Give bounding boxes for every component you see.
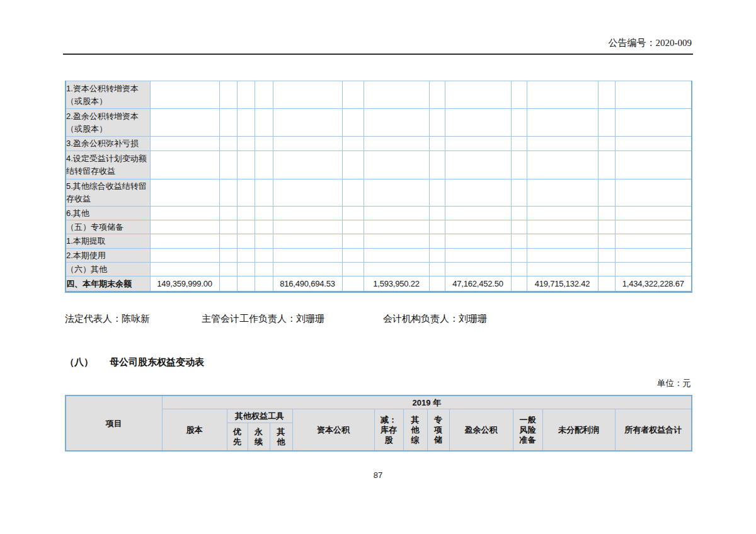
empty-cell (255, 137, 273, 151)
empty-cell (429, 81, 445, 109)
row-label: 2.盈余公积转增资本（或股本） (66, 109, 150, 137)
empty-cell (511, 220, 527, 234)
value-cell (255, 276, 273, 292)
empty-cell (511, 109, 527, 137)
empty-cell (342, 81, 364, 109)
empty-cell (273, 137, 342, 151)
empty-cell (255, 81, 273, 109)
row-label: 4.设定受益计划变动额结转留存收益 (66, 151, 150, 179)
table-row: 6.其他 (66, 207, 692, 220)
value-cell (219, 276, 237, 292)
empty-cell (445, 234, 511, 249)
empty-cell (598, 151, 615, 179)
value-cell (237, 276, 255, 292)
empty-cell (237, 207, 255, 220)
empty-cell (445, 220, 511, 234)
empty-cell (527, 220, 598, 234)
consolidated-equity-table: 1.资本公积转增资本（或股本） 2.盈余公积转增资本（或股本） 3.盈余公积弥补… (65, 81, 692, 293)
empty-cell (598, 137, 615, 151)
empty-cell (429, 109, 445, 137)
row-label-total: 四、本年期末余额 (66, 276, 150, 292)
empty-cell (237, 109, 255, 137)
empty-cell (150, 263, 219, 276)
empty-cell (511, 207, 527, 220)
empty-cell (255, 179, 273, 207)
empty-cell (219, 179, 237, 207)
empty-cell (511, 151, 527, 179)
empty-cell (255, 234, 273, 249)
empty-cell (511, 263, 527, 276)
empty-cell (511, 81, 527, 109)
table-row: 1.资本公积转增资本（或股本） (66, 81, 692, 109)
empty-cell (255, 109, 273, 137)
row-label: 3.盈余公积弥补亏损 (66, 137, 150, 151)
header-total-owners-equity: 所有者权益合计 (615, 409, 692, 452)
table-row: 1.本期提取 (66, 234, 692, 249)
header-less-treasury-stock-label: 减：库存股 (380, 415, 398, 445)
empty-cell (527, 137, 598, 151)
row-label: 1.资本公积转增资本（或股本） (66, 81, 150, 109)
empty-cell (150, 207, 219, 220)
value-undistributed-profit: 419,715,132.42 (527, 276, 598, 292)
empty-cell (598, 220, 615, 234)
empty-cell (150, 234, 219, 249)
table-row: 2.本期使用 (66, 249, 692, 263)
empty-cell (615, 220, 692, 234)
empty-cell (615, 263, 692, 276)
header-perpetual: 永续 (248, 423, 270, 452)
value-surplus-reserve: 47,162,452.50 (445, 276, 511, 292)
header-general-risk-reserve: 一般风险准备 (513, 409, 542, 452)
empty-cell (445, 137, 511, 151)
empty-cell (364, 220, 429, 234)
empty-cell (615, 249, 692, 263)
empty-cell (615, 137, 692, 151)
table-row: 5.其他综合收益结转留存收益 (66, 179, 692, 207)
empty-cell (237, 263, 255, 276)
legal-representative: 法定代表人：陈咏新 (65, 313, 150, 325)
empty-cell (615, 234, 692, 249)
empty-cell (429, 249, 445, 263)
empty-cell (527, 151, 598, 179)
empty-cell (237, 81, 255, 109)
empty-cell (511, 249, 527, 263)
header-less-treasury-stock: 减：库存股 (374, 409, 403, 452)
empty-cell (273, 151, 342, 179)
header-special-reserve-label: 专项储 (433, 415, 442, 445)
header-share-capital: 股本 (162, 409, 227, 452)
empty-cell (237, 137, 255, 151)
empty-cell (150, 109, 219, 137)
table-row: 4.设定受益计划变动额结转留存收益 (66, 151, 692, 179)
value-share-capital: 149,359,999.00 (150, 276, 219, 292)
empty-cell (219, 137, 237, 151)
empty-cell (598, 207, 615, 220)
empty-cell (255, 207, 273, 220)
table-row-total: 四、本年期末余额 149,359,999.00 816,490,694.53 1… (66, 276, 692, 292)
empty-cell (237, 234, 255, 249)
empty-cell (273, 81, 342, 109)
empty-cell (511, 234, 527, 249)
empty-cell (445, 81, 511, 109)
empty-cell (255, 249, 273, 263)
announcement-number: 公告编号：2020-009 (0, 37, 692, 49)
value-cell (511, 276, 527, 292)
empty-cell (255, 151, 273, 179)
empty-cell (364, 109, 429, 137)
section-title: 母公司股东权益变动表 (110, 356, 204, 367)
empty-cell (255, 263, 273, 276)
empty-cell (342, 249, 364, 263)
empty-cell (429, 179, 445, 207)
empty-cell (364, 81, 429, 109)
empty-cell (342, 234, 364, 249)
empty-cell (615, 207, 692, 220)
empty-cell (445, 109, 511, 137)
value-capital-reserve: 816,490,694.53 (273, 276, 342, 292)
empty-cell (150, 151, 219, 179)
empty-cell (219, 234, 237, 249)
header-other-label: 其他 (277, 427, 285, 447)
empty-cell (445, 151, 511, 179)
header-surplus-reserve: 盈余公积 (449, 409, 513, 452)
empty-cell (598, 234, 615, 249)
parent-equity-table: 项目 2019 年 股本 其他权益工具 资本公积 减：库存股 其他综 专项储 盈… (65, 395, 692, 452)
empty-cell (445, 179, 511, 207)
empty-cell (364, 234, 429, 249)
